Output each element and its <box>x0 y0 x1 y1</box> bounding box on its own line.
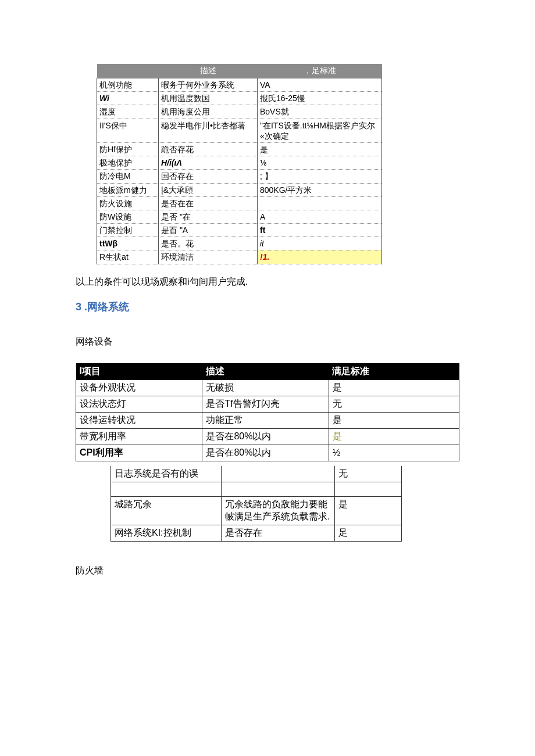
observation-paragraph: 以上的条件可以现场观察和i句间用户完成. <box>76 276 459 288</box>
table-row: 门禁控制是百 "Aft <box>97 224 382 237</box>
table-row: 极地保护H/i(ιΛ⅛ <box>97 156 382 170</box>
table-row: 日志系统是否有的误无 <box>111 466 402 482</box>
table-header-row: 描述 ，足标准 <box>97 64 382 78</box>
cell: 设法状态灯 <box>76 396 202 412</box>
table-row: 设法状态灯是否Tf告警灯闪亮无 <box>76 396 459 412</box>
environment-table-body: 机例功能暇务于何外业务系统VAWi机用温度数国报氏16-25慢湿度机用海度公用B… <box>97 78 382 264</box>
cell: H/i(ιΛ <box>159 156 258 170</box>
table-row: CPI利用率是否在80%以内½ <box>76 445 459 461</box>
col-header-item: I项目 <box>76 363 202 380</box>
col-header-std: ，足标准 <box>258 64 382 78</box>
cell: 是百 "A <box>159 224 258 237</box>
col-header-item <box>97 64 159 78</box>
cell: ½ <box>329 445 459 461</box>
table-row: 机例功能暇务于何外业务系统VA <box>97 78 382 92</box>
cell: 机例功能 <box>97 78 159 92</box>
cell <box>222 482 335 496</box>
table-row: 防火设施是否在在 <box>97 196 382 210</box>
cell: ; 】 <box>258 170 382 183</box>
table-header-row: I项目 描述 满足标准 <box>76 363 459 380</box>
table-row: 城路冗余冗余线路的负敌能力要能帔满足生产系统负载需求.是 <box>111 496 402 525</box>
cell: 是 <box>329 428 459 445</box>
cell: 设备外观状况 <box>76 380 202 396</box>
table-row: 设得运转状况功能正常是 <box>76 412 459 428</box>
cell: 日志系统是否有的误 <box>111 466 222 482</box>
firewall-subheading: 防火墙 <box>76 565 459 577</box>
cell: 防冷电M <box>97 170 159 183</box>
environment-table: 描述 ，足标准 机例功能暇务于何外业务系统VAWi机用温度数国报氏16-25慢湿… <box>97 64 382 264</box>
cell: ⅛ <box>258 156 382 170</box>
cell: |&大承頋 <box>159 183 258 196</box>
network-extra-table-wrap: 日志系统是否有的误无 城路冗余冗余线路的负敌能力要能帔满足生产系统负载需求.是网… <box>110 466 459 542</box>
cell: ttWβ <box>97 237 159 250</box>
cell: 城路冗余 <box>111 496 222 525</box>
network-equipment-subheading: 网络设备 <box>76 336 459 348</box>
cell: 带宽利用率 <box>76 428 202 445</box>
cell: 是否在80%以内 <box>202 428 329 445</box>
table-row: 网络系统KI:控机制是否存在足 <box>111 525 402 541</box>
cell: CPI利用率 <box>76 445 202 461</box>
cell: 800KG/平方米 <box>258 183 382 196</box>
table-row: R生状at环境清洁!1. <box>97 250 382 264</box>
cell: 地板派m健力 <box>97 183 159 196</box>
cell: 是否存在 <box>222 525 335 541</box>
table-row: 防W设施是否 "在A <box>97 210 382 223</box>
network-equipment-table-body: 设备外观状况无破损是设法状态灯是否Tf告警灯闪亮无设得运转状况功能正常是带宽利用… <box>76 380 459 461</box>
cell: 是否在在 <box>159 196 258 210</box>
cell: 是 <box>329 380 459 396</box>
cell: "在ITS设番.tt⅛HM根据客户实尔«次确定 <box>258 119 382 142</box>
cell: R生状at <box>97 250 159 264</box>
cell: 防Hf保护 <box>97 142 159 156</box>
cell: 机用温度数国 <box>159 92 258 105</box>
cell: 是否在80%以内 <box>202 445 329 461</box>
cell: BoVS就 <box>258 105 382 119</box>
environment-table-wrap: 描述 ，足标准 机例功能暇务于何外业务系统VAWi机用温度数国报氏16-25慢湿… <box>97 64 459 264</box>
cell: 网络系统KI:控机制 <box>111 525 222 541</box>
cell <box>335 482 402 496</box>
cell: 防W设施 <box>97 210 159 223</box>
cell: !1. <box>258 250 382 264</box>
cell: II'S保中 <box>97 119 159 142</box>
table-row: 设备外观状况无破损是 <box>76 380 459 396</box>
cell: 设得运转状况 <box>76 412 202 428</box>
cell: 是 <box>335 496 402 525</box>
cell: 暇务于何外业务系统 <box>159 78 258 92</box>
document-page: 描述 ，足标准 机例功能暇务于何外业务系统VAWi机用温度数国报氏16-25慢湿… <box>76 64 459 577</box>
cell <box>258 196 382 210</box>
section-3-heading: 3 .网络系统 <box>76 300 459 314</box>
cell: ft <box>258 224 382 237</box>
col-header-desc: 描述 <box>159 64 258 78</box>
table-row: II'S保中稳发半电作川•比杏都著"在ITS设番.tt⅛HM根据客户实尔«次确定 <box>97 119 382 142</box>
cell: 是 <box>329 412 459 428</box>
network-extra-table: 日志系统是否有的误无 城路冗余冗余线路的负敌能力要能帔满足生产系统负载需求.是网… <box>110 466 402 542</box>
cell: 国否存在 <box>159 170 258 183</box>
cell: 无破损 <box>202 380 329 396</box>
cell: 报氏16-25慢 <box>258 92 382 105</box>
table-row: 地板派m健力|&大承頋800KG/平方米 <box>97 183 382 196</box>
table-row: 湿度机用海度公用BoVS就 <box>97 105 382 119</box>
cell: 无 <box>329 396 459 412</box>
cell: 跪否存花 <box>159 142 258 156</box>
cell: 稳发半电作川•比杏都著 <box>159 119 258 142</box>
cell: 是 <box>258 142 382 156</box>
table-row: 带宽利用率是否在80%以内是 <box>76 428 459 445</box>
cell: 冗余线路的负敌能力要能帔满足生产系统负载需求. <box>222 496 335 525</box>
cell: 门禁控制 <box>97 224 159 237</box>
table-row: 防冷电M国否存在; 】 <box>97 170 382 183</box>
cell: 功能正常 <box>202 412 329 428</box>
cell: 湿度 <box>97 105 159 119</box>
cell <box>111 482 222 496</box>
cell: VA <box>258 78 382 92</box>
cell: Wi <box>97 92 159 105</box>
cell: 环境清洁 <box>159 250 258 264</box>
cell: it <box>258 237 382 250</box>
network-extra-table-body: 日志系统是否有的误无 城路冗余冗余线路的负敌能力要能帔满足生产系统负载需求.是网… <box>111 466 402 542</box>
cell: 是否 "在 <box>159 210 258 223</box>
cell <box>222 466 335 482</box>
cell: A <box>258 210 382 223</box>
cell: 极地保护 <box>97 156 159 170</box>
table-row <box>111 482 402 496</box>
cell: 机用海度公用 <box>159 105 258 119</box>
cell: 是否。花 <box>159 237 258 250</box>
table-row: ttWβ是否。花it <box>97 237 382 250</box>
